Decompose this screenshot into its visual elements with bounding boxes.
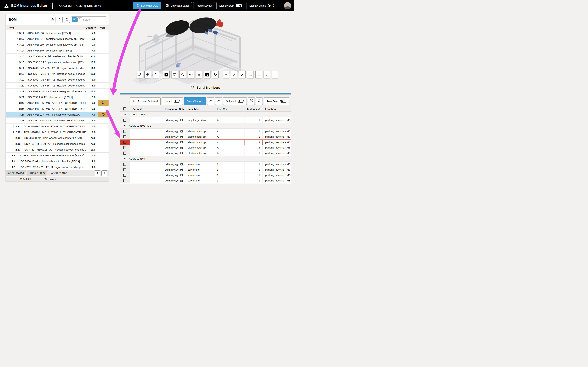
bom-table-row[interactable]: 2.13ISO 4762 - M10 x 16 - A2 - Hexagon s… (6, 147, 109, 153)
serial-tag-icon[interactable] (98, 112, 109, 117)
calendar-icon[interactable] (180, 179, 183, 182)
row-checkbox[interactable] (123, 174, 126, 177)
serial-row[interactable]: dd.mm.yyyyservomotor11packing machine - … (120, 178, 291, 183)
explode-button[interactable] (153, 71, 159, 78)
row-checkbox[interactable] (123, 179, 126, 182)
date-input[interactable]: dd.mm.yyyy (165, 151, 183, 155)
calendar-icon[interactable] (180, 119, 183, 122)
markup-button[interactable] (171, 71, 178, 78)
pan-up-right-button[interactable]: ↗ (231, 71, 237, 78)
chevron-down-icon[interactable] (124, 157, 127, 160)
display-details-button[interactable]: Display Details (247, 2, 277, 9)
calendar-icon[interactable] (180, 141, 183, 144)
pan-down-button[interactable]: ↓ (264, 71, 270, 78)
expand-all-button[interactable] (57, 17, 63, 23)
date-input[interactable]: dd.mm.yyyy (165, 168, 183, 171)
bom-table-row[interactable]: 3.14ADSK-014249 - connection cpl [REV:1]… (6, 48, 109, 53)
serial-row[interactable]: dd.mm.yyyyangular gearboxA1packing machi… (120, 117, 291, 123)
serial-group-row[interactable]: ADSK-011796 (120, 112, 291, 117)
serial-number-cell[interactable] (130, 178, 162, 183)
chevron-right-icon[interactable] (8, 154, 12, 157)
chevron-right-icon[interactable] (16, 38, 19, 40)
chevron-down-icon[interactable] (124, 113, 127, 116)
calendar-icon[interactable] (180, 151, 183, 155)
bom-table-row[interactable]: 3.24ADSK-018185 - MS - ANGULAR GEARBOX -… (6, 106, 109, 112)
calendar-icon[interactable] (180, 146, 183, 149)
hide-button[interactable]: ⊖ (180, 71, 186, 78)
calendar-icon[interactable] (180, 168, 183, 171)
breadcrumb[interactable]: ADSK-014168 (6, 170, 26, 176)
calendar-icon[interactable] (180, 130, 183, 133)
bom-table-row[interactable]: 2.12ISO 4762 - M8 x 20 - A2 - Hexagon so… (6, 141, 109, 147)
serial-number-cell[interactable] (130, 134, 162, 140)
pan-up-button[interactable]: ↑ (272, 71, 278, 78)
serial-row[interactable]: dd.mm.yyyyelectricmotor cplA4packing mac… (120, 145, 291, 150)
brightness-button[interactable]: ☼ (196, 71, 202, 78)
display-details-toggle[interactable] (268, 4, 274, 7)
serial-row[interactable]: dd.mm.yyyyservomotor11packing machine - … (120, 167, 291, 172)
bom-table-row[interactable]: 3.20ISO 4762 - M8 x 16 - A2 - Hexagon so… (6, 83, 109, 88)
auto-save-button[interactable]: Auto Save (264, 97, 289, 105)
serial-group-row[interactable]: ADSK-018154 (120, 156, 291, 162)
bom-table-row[interactable]: 3.22ISO 7093 A-8-A2 - plain washer [REV:… (6, 94, 109, 100)
pan-right-button[interactable]: → (247, 71, 254, 78)
bom-table-row[interactable]: 3.12ADSK-018191 - container with guidewa… (6, 36, 109, 42)
display-bom-toggle[interactable] (236, 4, 242, 7)
bom-table-row[interactable]: 2.10ADSK-018181 - MS - LIFTING UNIT HORI… (6, 129, 109, 135)
bom-table-row[interactable]: 3.27ADSK-018103 - MS - electricmotor cpl… (6, 112, 109, 117)
select-all-checkbox[interactable] (123, 107, 126, 110)
chevron-right-icon[interactable] (12, 131, 16, 133)
orbit-button[interactable]: ↻ (212, 71, 219, 78)
chevron-right-icon[interactable] (16, 43, 19, 46)
bom-table-row[interactable]: 3.11ADSK-018190 - belt wheel cpl [REV:1]… (6, 30, 109, 36)
serial-number-cell[interactable] (130, 117, 162, 123)
bom-table-row[interactable]: 1.5ISO 4762 - M10 x 35 - A2 - Hexagon so… (6, 164, 109, 170)
download-excel-button[interactable]: Download Excel (163, 2, 192, 9)
fit-table-button[interactable] (248, 97, 255, 105)
bom-table-row[interactable]: 3.17ISO 4762 - M8 x 30 - A2 - Hexagon so… (6, 65, 109, 71)
home-button[interactable]: ⌂ (223, 71, 229, 78)
pan-down-left-button[interactable]: ↙ (239, 71, 245, 78)
serial-number-cell[interactable] (130, 167, 162, 172)
row-checkbox[interactable] (123, 135, 126, 138)
row-checkbox[interactable] (123, 119, 126, 122)
remove-selected-button[interactable]: Remove Selected (130, 97, 160, 105)
model-viewer[interactable]: ↗⊖☼1↻⌂↗↙→←↓↑ (120, 11, 291, 84)
serial-number-cell[interactable] (130, 172, 162, 178)
bom-table-row[interactable]: 1.4ISO 7090-10-A2 - plain washer with ch… (6, 158, 109, 164)
row-checkbox[interactable] (123, 163, 126, 166)
bom-table-row[interactable]: 3.18ISO 4762 - M8 x 25 - A2 - Hexagon so… (6, 71, 109, 77)
serial-row-alert[interactable]: dd.mm.yyyyelectricmotor cplA3packing mac… (120, 140, 291, 145)
bom-table-row[interactable]: 3.23ADSK-018186 - MS - ANGULAR GEARBOX -… (6, 100, 109, 106)
serial-row[interactable]: dd.mm.yyyyelectricmotor cplA1packing mac… (120, 150, 291, 156)
bom-table-row[interactable]: 3.13ADSK-018189 - container with guidewa… (6, 42, 109, 48)
scroll-to-top-button[interactable] (95, 170, 100, 176)
screenshot-button[interactable]: ↗ (163, 71, 170, 78)
visibility-button[interactable] (188, 71, 194, 78)
pan-left-button[interactable]: ← (255, 71, 262, 78)
check-all-button[interactable] (215, 97, 222, 105)
search-button[interactable] (78, 17, 82, 22)
calendar-icon[interactable] (180, 163, 183, 166)
search-input[interactable] (83, 18, 106, 21)
row-checkbox[interactable] (123, 168, 126, 171)
chevron-right-icon[interactable] (16, 32, 19, 34)
bom-table-row[interactable]: 2.9ADSK-018180 - MS - LIFTING UNIT HORIZ… (6, 124, 109, 129)
scroll-to-bottom-button[interactable] (101, 170, 107, 176)
serial-group-row[interactable]: ADSK-018103 - MS (120, 123, 291, 129)
bom-table-row[interactable]: 3.31ISO 10642 - M12 x 25 10.9 - HEXAGON … (6, 117, 109, 123)
serial-tag-icon[interactable] (98, 100, 109, 106)
bom-table-row[interactable]: 3.19ISO 4762 - M8 x 50 - A2 - Hexagon so… (6, 77, 109, 83)
date-input[interactable]: dd.mm.yyyy (165, 135, 183, 138)
uncheck-all-button[interactable] (207, 97, 214, 105)
isolate-button[interactable]: Isolate (162, 97, 183, 105)
date-input[interactable]: dd.mm.yyyy (165, 119, 183, 122)
row-checkbox[interactable] (123, 151, 126, 155)
collapse-all-button[interactable] (64, 17, 70, 23)
first-person-button[interactable]: 1 (204, 71, 210, 78)
fit-model-button[interactable] (50, 17, 55, 23)
date-input[interactable]: dd.mm.yyyy (165, 174, 183, 177)
filter-button[interactable] (72, 17, 77, 22)
date-input[interactable]: dd.mm.yyyy (165, 141, 183, 144)
serial-number-cell[interactable] (130, 150, 162, 156)
